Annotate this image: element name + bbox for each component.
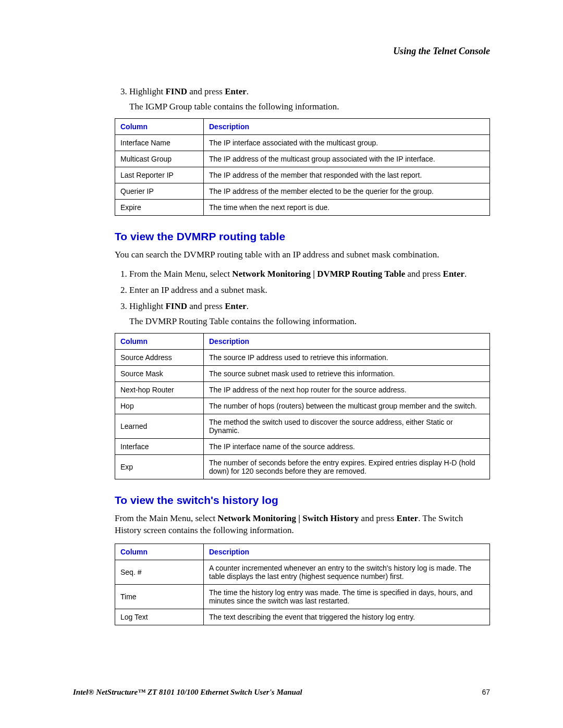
history-log-table: Column Description Seq. #A counter incre… xyxy=(115,544,490,625)
cell-description: The IP address of the next hop router fo… xyxy=(204,381,490,398)
step-text: Highlight FIND and press Enter. xyxy=(129,87,249,96)
col-header-column: Column xyxy=(115,333,204,349)
cell-description: The IP interface name of the source addr… xyxy=(204,438,490,454)
cell-column: Last Reporter IP xyxy=(115,167,204,183)
table-row: Interface NameThe IP interface associate… xyxy=(115,134,490,151)
table-row: ExpireThe time when the next report is d… xyxy=(115,199,490,215)
cell-column: Seq. # xyxy=(115,560,204,585)
cell-description: The IP address of the member elected to … xyxy=(204,183,490,199)
page-footer: Intel® NetStructure™ ZT 8101 10/100 Ethe… xyxy=(73,688,490,697)
cell-column: Next-hop Router xyxy=(115,381,204,398)
table-row: Log TextThe text describing the event th… xyxy=(115,609,490,625)
cell-description: The number of seconds before the entry e… xyxy=(204,454,490,479)
dvmrp-intro: You can search the DVMRP routing table w… xyxy=(115,249,490,261)
cell-column: Interface Name xyxy=(115,134,204,151)
cell-description: The IP address of the multicast group as… xyxy=(204,151,490,167)
table-row: Last Reporter IPThe IP address of the me… xyxy=(115,167,490,183)
step-follow: The DVMRP Routing Table contains the fol… xyxy=(129,316,490,328)
col-header-column: Column xyxy=(115,544,204,560)
step-text: Enter an IP address and a subnet mask. xyxy=(129,285,267,295)
igmp-table-body: Interface NameThe IP interface associate… xyxy=(115,134,490,215)
cell-column: Interface xyxy=(115,438,204,454)
page-content: Using the Telnet Console Highlight FIND … xyxy=(0,0,563,625)
col-header-description: Description xyxy=(204,118,490,134)
heading-history: To view the switch's history log xyxy=(115,494,490,507)
table-header-row: Column Description xyxy=(115,118,490,134)
cell-column: Expire xyxy=(115,199,204,215)
table-header-row: Column Description xyxy=(115,544,490,560)
step-text: From the Main Menu, select Network Monit… xyxy=(129,269,467,279)
col-header-column: Column xyxy=(115,118,204,134)
cell-description: The time the history log entry was made.… xyxy=(204,585,490,609)
dvmrp-steps: From the Main Menu, select Network Monit… xyxy=(115,268,490,328)
dvmrp-table-body: Source AddressThe source IP address used… xyxy=(115,349,490,479)
cell-column: Time xyxy=(115,585,204,609)
cell-column: Log Text xyxy=(115,609,204,625)
running-head: Using the Telnet Console xyxy=(115,46,490,57)
step-follow: The IGMP Group table contains the follow… xyxy=(129,101,490,113)
table-row: ExpThe number of seconds before the entr… xyxy=(115,454,490,479)
history-intro: From the Main Menu, select Network Monit… xyxy=(115,513,490,537)
table-row: LearnedThe method the switch used to dis… xyxy=(115,414,490,438)
table-header-row: Column Description xyxy=(115,333,490,349)
cell-column: Exp xyxy=(115,454,204,479)
cell-description: The text describing the event that trigg… xyxy=(204,609,490,625)
cell-column: Querier IP xyxy=(115,183,204,199)
cell-description: The IP address of the member that respon… xyxy=(204,167,490,183)
cell-column: Learned xyxy=(115,414,204,438)
list-item: Highlight FIND and press Enter. The IGMP… xyxy=(129,86,490,113)
cell-column: Hop xyxy=(115,398,204,414)
heading-dvmrp: To view the DVMRP routing table xyxy=(115,230,490,243)
cell-description: A counter incremented whenever an entry … xyxy=(204,560,490,585)
cell-description: The method the switch used to discover t… xyxy=(204,414,490,438)
table-row: Multicast GroupThe IP address of the mul… xyxy=(115,151,490,167)
table-row: Seq. #A counter incremented whenever an … xyxy=(115,560,490,585)
igmp-group-table: Column Description Interface NameThe IP … xyxy=(115,118,490,216)
table-row: Querier IPThe IP address of the member e… xyxy=(115,183,490,199)
list-item: From the Main Menu, select Network Monit… xyxy=(129,268,490,280)
list-item: Enter an IP address and a subnet mask. xyxy=(129,285,490,297)
cell-description: The number of hops (routers) between the… xyxy=(204,398,490,414)
cell-column: Source Address xyxy=(115,349,204,365)
cell-description: The source IP address used to retrieve t… xyxy=(204,349,490,365)
table-row: InterfaceThe IP interface name of the so… xyxy=(115,438,490,454)
igmp-steps: Highlight FIND and press Enter. The IGMP… xyxy=(115,86,490,113)
list-item: Highlight FIND and press Enter. The DVMR… xyxy=(129,301,490,328)
footer-manual-title: Intel® NetStructure™ ZT 8101 10/100 Ethe… xyxy=(73,688,302,697)
table-row: Source MaskThe source subnet mask used t… xyxy=(115,365,490,381)
table-row: HopThe number of hops (routers) between … xyxy=(115,398,490,414)
footer-page-number: 67 xyxy=(482,688,490,696)
cell-column: Source Mask xyxy=(115,365,204,381)
col-header-description: Description xyxy=(204,544,490,560)
table-row: Next-hop RouterThe IP address of the nex… xyxy=(115,381,490,398)
table-row: TimeThe time the history log entry was m… xyxy=(115,585,490,609)
cell-description: The source subnet mask used to retrieve … xyxy=(204,365,490,381)
step-text: Highlight FIND and press Enter. xyxy=(129,301,249,311)
cell-description: The time when the next report is due. xyxy=(204,199,490,215)
history-table-body: Seq. #A counter incremented whenever an … xyxy=(115,560,490,625)
dvmrp-routing-table: Column Description Source AddressThe sou… xyxy=(115,333,490,479)
col-header-description: Description xyxy=(204,333,490,349)
cell-description: The IP interface associated with the mul… xyxy=(204,134,490,151)
cell-column: Multicast Group xyxy=(115,151,204,167)
table-row: Source AddressThe source IP address used… xyxy=(115,349,490,365)
